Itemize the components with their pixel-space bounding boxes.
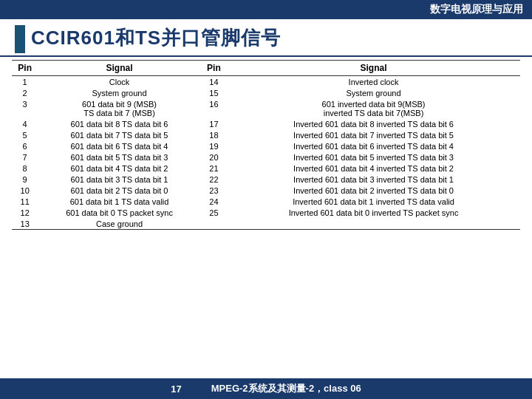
- table-row-signal2: Inverted 601 data bit 6 inverted TS data…: [227, 140, 520, 151]
- table-row-pin1: 7: [12, 151, 38, 163]
- table-row-pin1: 2: [12, 87, 38, 98]
- table-row-pin1: 5: [12, 129, 38, 140]
- table-row-signal1: Clock: [38, 76, 201, 88]
- table-row-pin2: 17: [201, 118, 227, 129]
- table-row-signal1: System ground: [38, 87, 201, 98]
- col-header-signal1: Signal: [38, 61, 201, 76]
- table-row-pin1: 11: [12, 196, 38, 207]
- table-row-pin2: 21: [201, 163, 227, 174]
- col-header-signal2: Signal: [227, 61, 520, 76]
- table-row-signal1: 601 data bit 1 TS data valid: [38, 196, 201, 207]
- table-row-pin2: 14: [201, 76, 227, 88]
- blue-accent-bar: [15, 25, 25, 53]
- table-row-pin2: 23: [201, 185, 227, 196]
- table-row-signal2: Inverted 601 data bit 2 inverted TS data…: [227, 185, 520, 196]
- table-row-pin1: 6: [12, 140, 38, 151]
- table-row-pin1: 3: [12, 98, 38, 118]
- table-row-pin2: 19: [201, 140, 227, 151]
- table-row-pin2: 16: [201, 98, 227, 118]
- table-row-signal1: 601 data bit 4 TS data bit 2: [38, 163, 201, 174]
- table-row-pin1: 10: [12, 185, 38, 196]
- table-row-signal1: 601 data bit 8 TS data bit 6: [38, 118, 201, 129]
- table-row-pin1: 9: [12, 174, 38, 185]
- table-row-signal2: Inverted 601 data bit 4 inverted TS data…: [227, 163, 520, 174]
- title-section: CCIR601和TS并口管脚信号: [0, 19, 532, 57]
- footer-bar: 17 MPEG-2系统及其测量-2，class 06: [0, 378, 532, 399]
- table-row-signal2: Inverted 601 data bit 1 inverted TS data…: [227, 196, 520, 207]
- table-row-pin2: 15: [201, 87, 227, 98]
- table-row-signal2: Inverted 601 data bit 0 inverted TS pack…: [227, 207, 520, 218]
- table-row-pin2: 24: [201, 196, 227, 207]
- table-row-signal1: 601 data bit 5 TS data bit 3: [38, 151, 201, 163]
- table-row-signal1: 601 data bit 9 (MSB)TS data bit 7 (MSB): [38, 98, 201, 118]
- table-row-signal2: System ground: [227, 87, 520, 98]
- table-row-signal1: 601 data bit 7 TS data bit 5: [38, 129, 201, 140]
- table-row-signal2: Inverted 601 data bit 7 inverted TS data…: [227, 129, 520, 140]
- page-title: CCIR601和TS并口管脚信号: [31, 25, 517, 51]
- table-row-pin2: 22: [201, 174, 227, 185]
- table-row-signal1: 601 data bit 0 TS packet sync: [38, 207, 201, 218]
- table-row-pin1: 12: [12, 207, 38, 218]
- table-row-pin1: 13: [12, 218, 38, 230]
- top-bar: 数字电视原理与应用: [0, 0, 532, 19]
- table-row-signal2: Inverted clock: [227, 76, 520, 88]
- table-row-signal2: Inverted 601 data bit 8 inverted TS data…: [227, 118, 520, 129]
- footer-course: MPEG-2系统及其测量-2，class 06: [211, 382, 361, 395]
- table-row-pin1: 1: [12, 76, 38, 88]
- table-row-signal2: Inverted 601 data bit 3 inverted TS data…: [227, 174, 520, 185]
- table-row-signal1: 601 data bit 6 TS data bit 4: [38, 140, 201, 151]
- signal-table: Pin Signal Pin Signal 1Clock14Inverted c…: [12, 60, 520, 230]
- table-row-signal1: 601 data bit 3 TS data bit 1: [38, 174, 201, 185]
- table-row-signal2: 601 inverted data bit 9(MSB)inverted TS …: [227, 98, 520, 118]
- table-row-pin1: 4: [12, 118, 38, 129]
- table-row-pin2: [201, 218, 227, 230]
- col-header-pin1: Pin: [12, 61, 38, 76]
- table-row-signal1: Case ground: [38, 218, 201, 230]
- table-row-pin2: 18: [201, 129, 227, 140]
- table-row-signal1: 601 data bit 2 TS data bit 0: [38, 185, 201, 196]
- table-row-signal2: Inverted 601 data bit 5 inverted TS data…: [227, 151, 520, 163]
- footer-page: 17: [171, 383, 181, 395]
- table-container: Pin Signal Pin Signal 1Clock14Inverted c…: [0, 57, 532, 233]
- table-row-pin2: 20: [201, 151, 227, 163]
- table-row-pin2: 25: [201, 207, 227, 218]
- table-row-signal2: [227, 218, 520, 230]
- top-bar-title: 数字电视原理与应用: [430, 3, 523, 15]
- table-row-pin1: 8: [12, 163, 38, 174]
- col-header-pin2: Pin: [201, 61, 227, 76]
